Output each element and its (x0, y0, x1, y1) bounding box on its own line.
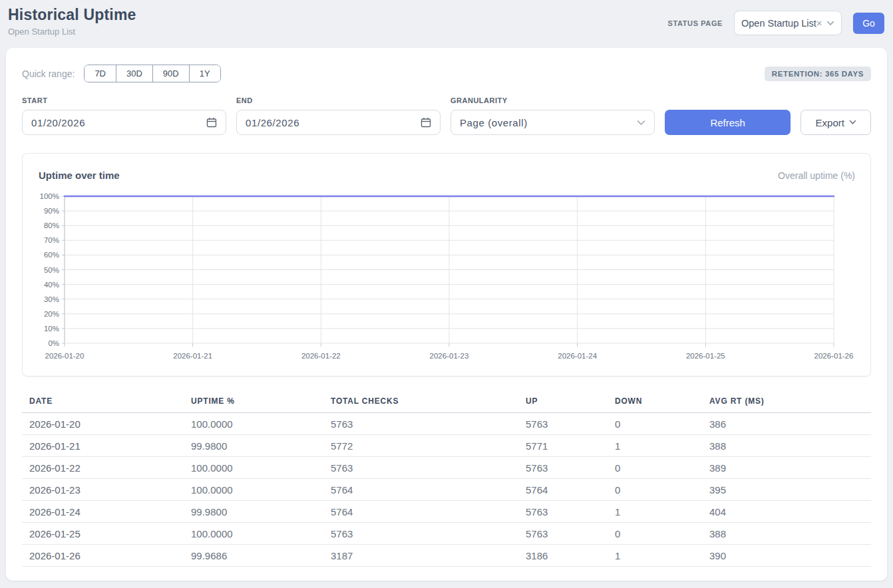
quick-range-30d[interactable]: 30D (116, 65, 152, 82)
table-cell: 390 (702, 550, 871, 561)
refresh-button[interactable]: Refresh (665, 110, 791, 135)
quick-range-row: Quick range: 7D30D90D1Y RETENTION: 365 D… (22, 65, 871, 82)
svg-text:10%: 10% (44, 325, 59, 333)
table-cell: 1 (608, 550, 702, 561)
column-header: DOWN (608, 396, 702, 406)
start-date-label: START (22, 96, 226, 104)
table-cell: 5763 (518, 528, 608, 539)
table-cell: 5763 (323, 528, 518, 539)
uptime-chart-card: Uptime over time Overall uptime (%) 0%10… (22, 153, 871, 376)
table-row: 2026-01-25100.0000576357630388 (22, 523, 871, 545)
calendar-icon[interactable] (206, 117, 217, 128)
quick-range-1y[interactable]: 1Y (189, 65, 220, 82)
svg-text:2026-01-25: 2026-01-25 (686, 352, 725, 360)
end-date-label: END (236, 96, 441, 104)
uptime-chart-svg: 0%10%20%30%40%50%60%70%80%90%100%2026-01… (23, 154, 870, 376)
start-date-value: 01/20/2026 (31, 117, 85, 128)
svg-text:2026-01-23: 2026-01-23 (430, 352, 469, 360)
table-cell: 5763 (518, 462, 608, 474)
table-cell: 388 (702, 440, 871, 452)
table-cell: 386 (702, 418, 871, 430)
svg-text:70%: 70% (44, 236, 59, 244)
svg-text:20%: 20% (44, 310, 59, 318)
table-cell: 404 (702, 506, 871, 517)
table-cell: 2026-01-21 (22, 440, 184, 452)
status-page-value: Open Startup List (741, 18, 816, 29)
start-date-input[interactable]: 01/20/2026 (22, 110, 226, 135)
column-header: UPTIME % (184, 396, 323, 406)
table-row: 2026-01-22100.0000576357630389 (22, 457, 871, 479)
table-cell: 3186 (518, 550, 608, 561)
table-cell: 99.9800 (184, 440, 323, 452)
status-page-label: STATUS PAGE (668, 19, 723, 27)
table-cell: 5763 (518, 418, 608, 430)
chevron-down-icon (849, 120, 856, 125)
svg-text:0%: 0% (48, 339, 59, 347)
table-cell: 5763 (323, 462, 518, 474)
table-cell: 2026-01-25 (22, 528, 184, 539)
svg-text:40%: 40% (44, 281, 59, 289)
table-cell: 0 (608, 528, 702, 539)
table-cell: 99.9800 (184, 506, 323, 517)
table-cell: 5772 (323, 440, 518, 452)
svg-text:2026-01-20: 2026-01-20 (45, 352, 85, 360)
table-row: 2026-01-2499.9800576457631404 (22, 501, 871, 523)
header-controls: STATUS PAGE Open Startup List × Go (668, 11, 884, 35)
column-header: UP (518, 396, 608, 406)
table-cell: 2026-01-26 (22, 550, 184, 561)
svg-text:80%: 80% (44, 221, 59, 229)
table-cell: 1 (608, 440, 702, 452)
table-cell: 5764 (323, 484, 518, 496)
end-date-input[interactable]: 01/26/2026 (236, 110, 441, 135)
svg-text:60%: 60% (44, 251, 59, 259)
go-button[interactable]: Go (853, 13, 884, 34)
chevron-down-icon (637, 120, 645, 126)
svg-text:30%: 30% (44, 295, 59, 303)
filter-row: START 01/20/2026 END 01/26/2026 GRANULAR… (22, 96, 871, 135)
table-row: 2026-01-2199.9800577257711388 (22, 435, 871, 457)
quick-range-7d[interactable]: 7D (85, 65, 116, 82)
quick-range-group: 7D30D90D1Y (84, 65, 220, 82)
table-cell: 100.0000 (184, 484, 323, 496)
export-button-label: Export (816, 117, 844, 128)
table-cell: 2026-01-24 (22, 506, 184, 517)
end-date-value: 01/26/2026 (246, 117, 299, 128)
page-subtitle: Open Startup List (8, 27, 136, 37)
table-cell: 5764 (518, 484, 608, 496)
svg-text:2026-01-26: 2026-01-26 (814, 352, 854, 360)
table-cell: 5763 (323, 418, 518, 430)
table-cell: 5771 (518, 440, 608, 452)
table-cell: 3187 (323, 550, 518, 561)
header-titles: Historical Uptime Open Startup List (8, 6, 136, 37)
column-header: DATE (22, 396, 184, 406)
calendar-icon[interactable] (421, 117, 431, 128)
svg-text:50%: 50% (44, 266, 59, 274)
table-cell: 0 (608, 418, 702, 430)
status-page-select[interactable]: Open Startup List × (734, 11, 842, 35)
table-cell: 99.9686 (184, 550, 323, 561)
granularity-select[interactable]: Page (overall) (450, 110, 655, 135)
table-cell: 0 (608, 462, 702, 474)
svg-text:2026-01-22: 2026-01-22 (301, 352, 341, 360)
table-cell: 100.0000 (184, 462, 323, 474)
export-button[interactable]: Export (801, 110, 871, 135)
uptime-table: DATEUPTIME %TOTAL CHECKSUPDOWNAVG RT (MS… (22, 391, 871, 567)
table-cell: 100.0000 (184, 418, 323, 430)
table-cell: 0 (608, 484, 702, 496)
chevron-down-icon (826, 21, 834, 26)
clear-selection-icon[interactable]: × (816, 17, 822, 29)
table-row: 2026-01-2699.9686318731861390 (22, 545, 871, 567)
quick-range-90d[interactable]: 90D (152, 65, 189, 82)
table-cell: 388 (702, 528, 871, 539)
uptime-table-header: DATEUPTIME %TOTAL CHECKSUPDOWNAVG RT (MS… (22, 391, 871, 413)
page-header: Historical Uptime Open Startup List STAT… (0, 0, 893, 37)
main-panel: Quick range: 7D30D90D1Y RETENTION: 365 D… (6, 48, 887, 581)
table-row: 2026-01-23100.0000576457640395 (22, 479, 871, 501)
page-title: Historical Uptime (8, 6, 136, 24)
quick-range-label: Quick range: (22, 69, 75, 79)
column-header: TOTAL CHECKS (323, 396, 518, 406)
table-cell: 389 (702, 462, 871, 474)
table-cell: 2026-01-22 (22, 462, 184, 474)
retention-badge: RETENTION: 365 DAYS (765, 67, 871, 81)
table-cell: 5764 (323, 506, 518, 517)
